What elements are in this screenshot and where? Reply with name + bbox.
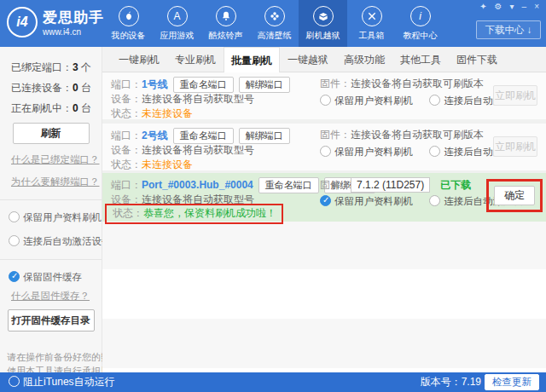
appstore-icon: A bbox=[167, 6, 188, 26]
row-option-keep-data[interactable]: 保留用户资料刷机 bbox=[320, 196, 413, 206]
radio-icon[interactable] bbox=[429, 95, 440, 106]
tab-other-tools[interactable]: 其他工具 bbox=[392, 47, 449, 72]
firmware-info: 连接设备将自动获取可刷版本 bbox=[351, 78, 484, 89]
sidebar-option-keep-firmware-cache[interactable]: 保留固件缓存 bbox=[9, 271, 102, 284]
nav-label: 酷炫铃声 bbox=[201, 30, 250, 42]
download-arrow-icon: ↓ bbox=[527, 25, 532, 35]
apple-icon bbox=[119, 6, 139, 26]
flash-tabbar: 一键刷机 专业刷机 批量刷机 一键越狱 高级功能 其他工具 固件下载 bbox=[102, 47, 546, 72]
sidebar-option-auto-activate[interactable]: 连接后自动激活设备 bbox=[9, 235, 102, 248]
nav-label: 教程中心 bbox=[396, 30, 444, 42]
sidebar-option-keep-data[interactable]: 保留用户资料刷机 bbox=[9, 211, 102, 224]
app-logo: i4 爱思助手 www.i4.cn bbox=[7, 7, 104, 37]
skin-icon[interactable]: ✦ bbox=[479, 2, 486, 12]
empty-port-slot bbox=[102, 269, 546, 319]
tools-icon bbox=[362, 6, 382, 26]
radio-icon[interactable] bbox=[9, 376, 20, 387]
port-name: 2号线 bbox=[142, 130, 168, 141]
rename-port-button[interactable]: 重命名端口 bbox=[173, 128, 234, 144]
sidebar: 已绑定端口：3 个 已连接设备：0 台 正在刷机中：0 台 刷新 什么是已绑定端… bbox=[0, 47, 102, 372]
port-label: 端口： bbox=[111, 179, 142, 191]
download-center-button[interactable]: 下载中心 ↓ bbox=[476, 20, 541, 39]
bell-icon bbox=[216, 6, 236, 26]
flower-icon bbox=[264, 6, 285, 26]
port-row-1: 端口：1号线重命名端口解绑端口 设备：连接设备将自动获取型号 状态：未连接设备 … bbox=[102, 72, 546, 119]
device-info: 连接设备将自动获取型号 bbox=[142, 144, 254, 156]
close-icon[interactable]: × bbox=[534, 2, 539, 12]
port-status: 未连接设备 bbox=[142, 107, 193, 119]
help-link-bound-ports[interactable]: 什么是已绑定端口？ bbox=[11, 153, 102, 166]
titlebar: i4 爱思助手 www.i4.cn 我的设备 A 应用游戏 酷炫铃声 bbox=[0, 0, 546, 47]
app-url: www.i4.cn bbox=[43, 27, 104, 37]
port-status: 未连接设备 bbox=[142, 159, 193, 170]
tab-one-click-flash[interactable]: 一键刷机 bbox=[111, 47, 167, 72]
nav-label: 刷机越狱 bbox=[299, 30, 347, 42]
nav-label: 我的设备 bbox=[104, 30, 153, 42]
nav-item-my-devices[interactable]: 我的设备 bbox=[104, 0, 153, 47]
minimize-icon[interactable]: – bbox=[522, 2, 527, 12]
rename-port-button[interactable]: 重命名端口 bbox=[173, 77, 234, 93]
downloaded-badge: 已下载 bbox=[440, 179, 471, 191]
radio-icon[interactable] bbox=[429, 146, 440, 157]
confirm-highlight-box: 确定 bbox=[486, 179, 543, 212]
refresh-button[interactable]: 刷新 bbox=[13, 123, 90, 144]
confirm-button[interactable]: 确定 bbox=[494, 186, 535, 205]
unbind-port-button[interactable]: 解绑端口 bbox=[239, 77, 290, 93]
nav-label: 应用游戏 bbox=[153, 30, 201, 42]
nav-item-app-games[interactable]: A 应用游戏 bbox=[153, 0, 201, 47]
radio-icon[interactable] bbox=[320, 195, 331, 206]
tab-firmware-download[interactable]: 固件下载 bbox=[449, 47, 505, 72]
unbind-port-button[interactable]: 解绑端口 bbox=[239, 128, 290, 144]
window-controls: ✦ ⚙ ▾ – × bbox=[479, 2, 539, 12]
port-name: 1号线 bbox=[142, 78, 168, 90]
stat-bound-ports: 已绑定端口：3 个 bbox=[11, 61, 102, 75]
nav-item-toolbox[interactable]: 工具箱 bbox=[347, 0, 396, 47]
rename-port-button[interactable]: 重命名端口 bbox=[258, 177, 319, 193]
empty-port-slot bbox=[102, 222, 546, 269]
row-option-keep-data[interactable]: 保留用户资料刷机 bbox=[320, 95, 413, 106]
tab-batch-flash[interactable]: 批量刷机 bbox=[224, 47, 280, 72]
block-itunes-toggle[interactable]: 阻止iTunes自动运行 bbox=[9, 372, 115, 392]
flash-now-button: 立即刷机 bbox=[493, 136, 537, 157]
radio-icon[interactable] bbox=[9, 211, 20, 222]
row-option-keep-data[interactable]: 保留用户资料刷机 bbox=[320, 147, 413, 157]
port-status-success: 恭喜您，保资料刷机成功啦！ bbox=[143, 207, 276, 219]
flash-now-button: 立即刷机 bbox=[493, 85, 537, 106]
tab-pro-flash[interactable]: 专业刷机 bbox=[167, 47, 224, 72]
main-nav: 我的设备 A 应用游戏 酷炫铃声 高清壁纸 bbox=[104, 0, 444, 47]
radio-icon[interactable] bbox=[429, 195, 440, 206]
nav-item-wallpapers[interactable]: 高清壁纸 bbox=[250, 0, 299, 47]
nav-item-tutorials[interactable]: i 教程中心 bbox=[396, 0, 444, 47]
port-row-2: 端口：2号线重命名端口解绑端口 设备：连接设备将自动获取型号 状态：未连接设备 … bbox=[102, 124, 546, 170]
radio-icon[interactable] bbox=[320, 146, 331, 157]
help-link-firmware-cache[interactable]: 什么是固件缓存？ bbox=[11, 290, 102, 303]
radio-icon[interactable] bbox=[320, 95, 331, 106]
port-list: 端口：1号线重命名端口解绑端口 设备：连接设备将自动获取型号 状态：未连接设备 … bbox=[102, 72, 546, 372]
app-title: 爱思助手 bbox=[43, 8, 104, 27]
check-update-button[interactable]: 检查更新 bbox=[485, 374, 539, 390]
nav-label: 工具箱 bbox=[347, 30, 396, 42]
jailbreak-icon bbox=[313, 6, 334, 26]
nav-item-flash-jailbreak[interactable]: 刷机越狱 bbox=[299, 0, 347, 47]
radio-icon[interactable] bbox=[9, 271, 20, 282]
port-label: 端口： bbox=[111, 78, 142, 90]
port-stats: 已绑定端口：3 个 已连接设备：0 台 正在刷机中：0 台 bbox=[0, 47, 102, 116]
sidebar-divider bbox=[0, 259, 102, 260]
tab-one-click-jailbreak[interactable]: 一键越狱 bbox=[280, 47, 336, 72]
stat-connected-devices: 已连接设备：0 台 bbox=[11, 81, 102, 95]
menu-icon[interactable]: ▾ bbox=[510, 2, 514, 12]
logo-icon: i4 bbox=[7, 7, 38, 37]
open-firmware-cache-button[interactable]: 打开固件缓存目录 bbox=[8, 309, 95, 331]
device-info: 连接设备将自动获取型号 bbox=[142, 93, 254, 105]
settings-icon[interactable]: ⚙ bbox=[495, 2, 502, 12]
version-label: 版本号：7.19 bbox=[421, 372, 481, 392]
nav-item-ringtones[interactable]: 酷炫铃声 bbox=[201, 0, 250, 47]
port-name: Port_#0003.Hub_#0004 bbox=[142, 179, 253, 191]
status-highlight-box: 状态：恭喜您，保资料刷机成功啦！ bbox=[105, 204, 283, 224]
nav-label: 高清壁纸 bbox=[250, 30, 299, 42]
info-icon: i bbox=[410, 6, 431, 26]
empty-port-slot bbox=[102, 319, 546, 368]
help-link-unbind-ports[interactable]: 为什么要解绑端口？ bbox=[11, 176, 102, 188]
radio-icon[interactable] bbox=[9, 235, 20, 246]
tab-advanced[interactable]: 高级功能 bbox=[336, 47, 392, 72]
